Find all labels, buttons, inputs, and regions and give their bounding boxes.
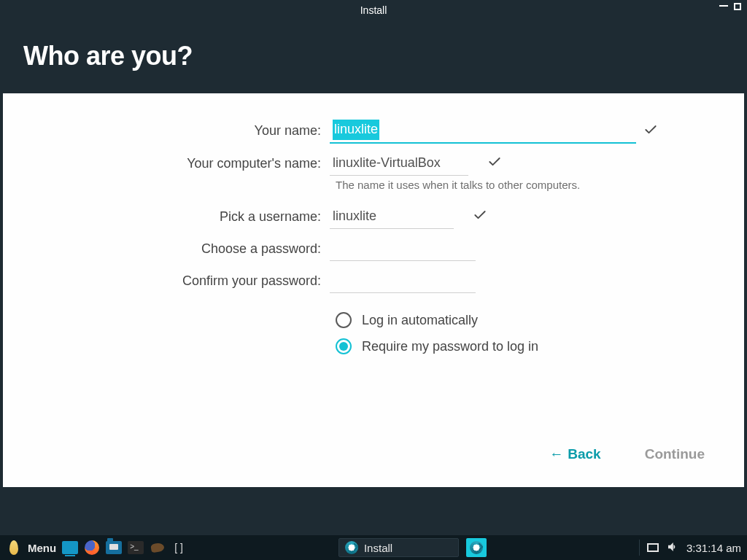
app-icon[interactable] (150, 540, 166, 556)
installer-icon (345, 541, 358, 554)
login-auto-label: Log in automatically (362, 313, 478, 328)
username-input[interactable] (330, 204, 454, 229)
terminal-icon[interactable] (128, 540, 144, 556)
file-manager-icon[interactable] (106, 540, 122, 556)
username-label: Pick a username: (45, 209, 330, 225)
taskbar-app-install[interactable]: Install (338, 538, 459, 557)
window-maximize-button[interactable] (734, 3, 741, 10)
firefox-icon[interactable] (84, 540, 100, 556)
show-desktop-icon[interactable] (62, 540, 78, 556)
continue-button[interactable]: Continue (645, 446, 705, 462)
hostname-label: Your computer's name: (45, 156, 330, 171)
installer-icon (470, 541, 483, 554)
tray-clock[interactable]: 3:31:14 am (686, 542, 741, 554)
login-mode-group: Log in automatically Require my password… (336, 312, 702, 354)
workspace-indicator[interactable]: [ ] (171, 541, 186, 554)
login-require-radio[interactable]: Require my password to log in (336, 338, 702, 354)
your-name-input[interactable] (330, 118, 636, 144)
check-icon (643, 122, 658, 140)
installer-panel: Your name: linuxlite Your computer's nam… (3, 93, 744, 487)
taskbar-pinned-installer[interactable] (466, 538, 487, 557)
installer-header: Who are you? (0, 20, 747, 93)
radio-icon (336, 338, 352, 354)
login-auto-radio[interactable]: Log in automatically (336, 312, 702, 328)
tray-volume-icon[interactable] (666, 540, 679, 556)
window-minimize-button[interactable] (719, 5, 728, 7)
back-button[interactable]: ←Back (549, 446, 600, 462)
hostname-hint: The name it uses when it talks to other … (336, 179, 702, 191)
window-titlebar: Install (0, 0, 747, 20)
tray-display-icon[interactable] (647, 542, 659, 554)
distro-menu-icon[interactable] (6, 540, 22, 556)
login-require-label: Require my password to log in (362, 339, 538, 354)
arrow-left-icon: ← (549, 446, 563, 462)
radio-icon (336, 312, 352, 328)
menu-button[interactable]: Menu (28, 542, 56, 554)
taskbar-app-label: Install (364, 542, 392, 554)
your-name-label: Your name: (45, 123, 330, 139)
page-heading: Who are you? (23, 41, 724, 71)
hostname-input[interactable] (330, 151, 468, 176)
taskbar: Menu [ ] Install 3:31:14 am (0, 535, 747, 560)
check-icon (473, 208, 487, 225)
confirm-password-label: Confirm your password: (45, 273, 330, 289)
window-title: Install (360, 4, 387, 16)
check-icon (487, 155, 502, 172)
confirm-password-input[interactable] (330, 268, 476, 293)
password-label: Choose a password: (45, 241, 330, 257)
password-input[interactable] (330, 236, 476, 261)
